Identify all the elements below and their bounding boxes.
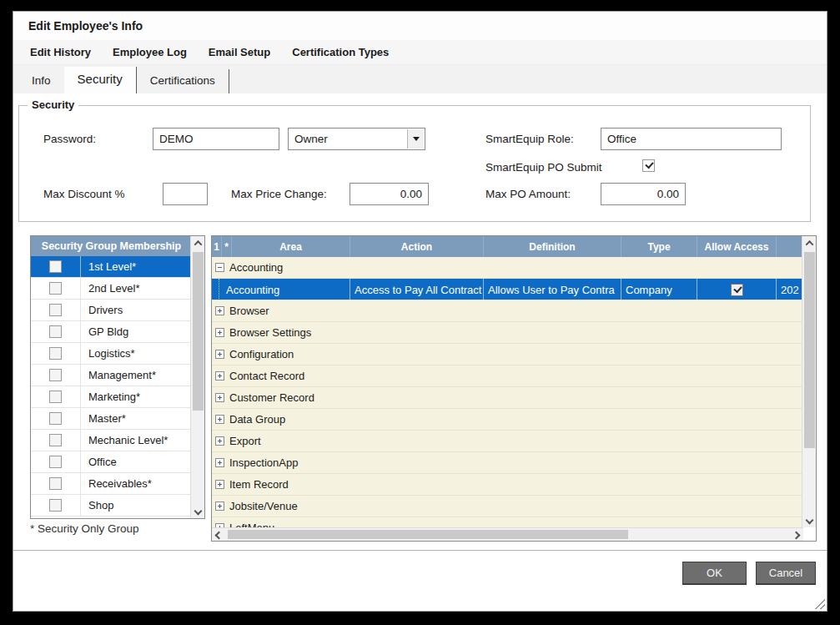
list-item[interactable]: Master* — [31, 408, 192, 430]
scroll-up-button[interactable] — [191, 236, 205, 250]
grid-vertical-scrollbar[interactable] — [802, 236, 816, 527]
list-item[interactable]: 1st Level* — [31, 256, 192, 278]
expand-icon[interactable] — [215, 436, 224, 446]
expand-icon[interactable] — [215, 350, 224, 359]
scroll-down-button[interactable] — [191, 504, 205, 518]
membership-scrollbar[interactable] — [190, 236, 204, 518]
membership-checkbox[interactable] — [49, 434, 62, 446]
grid-row[interactable]: AccountingAccess to Pay All ContractAllo… — [212, 279, 803, 300]
list-item[interactable]: Mechanic Level* — [31, 430, 192, 451]
grid-column-header-area[interactable]: Area — [232, 236, 350, 257]
expand-icon[interactable] — [215, 393, 224, 402]
chevron-up-icon — [806, 240, 814, 249]
grid-group-row-jobsite-venue[interactable]: Jobsite/Venue — [212, 496, 803, 517]
expand-icon[interactable] — [215, 502, 224, 511]
expand-icon[interactable] — [215, 306, 224, 315]
membership-checkbox[interactable] — [49, 369, 62, 381]
list-item[interactable]: Drivers — [31, 300, 192, 321]
list-item-label: Master* — [81, 412, 192, 425]
collapse-icon[interactable] — [215, 263, 224, 272]
membership-checkbox[interactable] — [49, 477, 62, 490]
grid-group-row-browser[interactable]: Browser — [212, 300, 803, 322]
security-groupbox: Security Password: DEMO Owner SmartEquip… — [18, 105, 811, 222]
scroll-up-button[interactable] — [802, 236, 817, 250]
menu-item-certification-types[interactable]: Certification Types — [292, 46, 389, 58]
scrollbar-thumb[interactable] — [228, 530, 628, 539]
expand-icon[interactable] — [215, 458, 224, 467]
checkbox-cell — [31, 495, 81, 516]
membership-checkbox[interactable] — [49, 260, 62, 273]
list-item[interactable]: 2nd Level* — [31, 278, 192, 300]
scroll-right-button[interactable] — [789, 528, 803, 542]
list-item[interactable]: Receivables* — [31, 473, 192, 495]
grid-group-row-item-record[interactable]: Item Record — [212, 474, 803, 496]
grid-group-row-browser-settings[interactable]: Browser Settings — [212, 322, 803, 344]
resize-grip-icon[interactable] — [812, 597, 825, 609]
grid-column-header-blank[interactable]: * — [222, 236, 232, 257]
grid-group-row-contact-record[interactable]: Contact Record — [212, 365, 803, 387]
max-price-change-field[interactable]: 0.00 — [350, 183, 429, 205]
max-discount-field[interactable] — [163, 183, 208, 205]
expand-icon[interactable] — [215, 415, 224, 424]
scroll-left-button[interactable] — [212, 528, 226, 542]
membership-checkbox[interactable] — [49, 282, 62, 295]
list-item[interactable]: Office — [31, 451, 192, 473]
chevron-up-icon — [194, 240, 203, 249]
max-price-change-label: Max Price Change: — [231, 183, 327, 205]
group-label: Export — [229, 435, 261, 447]
list-item[interactable]: Shop — [31, 495, 192, 517]
grid-column-header-extra[interactable] — [777, 236, 803, 257]
grid-group-row-inspectionapp[interactable]: InspectionApp — [212, 452, 803, 474]
tab-security[interactable]: Security — [64, 67, 137, 93]
cell-area: Accounting — [212, 279, 350, 300]
role-combobox-dropdown-button[interactable] — [407, 129, 424, 149]
menu-item-edit-history[interactable]: Edit History — [30, 46, 91, 58]
cell-allow-access — [697, 279, 777, 300]
membership-checkbox[interactable] — [49, 347, 62, 360]
grid-column-header-definition[interactable]: Definition — [484, 236, 621, 257]
expand-icon[interactable] — [215, 480, 224, 489]
membership-checkbox[interactable] — [49, 325, 62, 338]
list-item[interactable]: GP Bldg — [31, 321, 192, 343]
scrollbar-thumb[interactable] — [804, 252, 815, 448]
po-submit-label: SmartEquip PO Submit — [485, 156, 602, 179]
grid-horizontal-scrollbar[interactable] — [212, 527, 803, 541]
menu-item-employee-log[interactable]: Employee Log — [113, 46, 187, 58]
password-field[interactable]: DEMO — [153, 128, 279, 150]
expand-icon[interactable] — [215, 371, 224, 381]
list-item[interactable]: Management* — [31, 365, 192, 386]
grid-column-header-action[interactable]: Action — [350, 236, 484, 257]
grid-column-header-1[interactable]: 1 — [212, 236, 222, 257]
grid-body: AccountingAccountingAccess to Pay All Co… — [212, 257, 803, 529]
membership-checkbox[interactable] — [49, 456, 62, 468]
grid-group-row-customer-record[interactable]: Customer Record — [212, 387, 803, 409]
grid-group-row-data-group[interactable]: Data Group — [212, 409, 803, 431]
list-item[interactable]: Marketing* — [31, 386, 192, 408]
group-label: Configuration — [229, 348, 294, 360]
role-combobox[interactable]: Owner — [288, 128, 425, 150]
grid-group-row-export[interactable]: Export — [212, 431, 803, 452]
membership-checkbox[interactable] — [49, 412, 62, 425]
membership-checkbox[interactable] — [49, 304, 62, 316]
expand-icon[interactable] — [215, 328, 224, 337]
list-item-label: Drivers — [81, 304, 192, 316]
cancel-button[interactable]: Cancel — [756, 562, 816, 585]
menu-item-email-setup[interactable]: Email Setup — [209, 46, 270, 58]
grid-group-row-configuration[interactable]: Configuration — [212, 344, 803, 365]
tab-certifications[interactable]: Certifications — [137, 69, 229, 93]
max-po-amount-field[interactable]: 0.00 — [601, 183, 686, 205]
allow-access-checkbox[interactable] — [731, 284, 743, 296]
scroll-down-button[interactable] — [802, 513, 817, 527]
ok-button[interactable]: OK — [682, 562, 747, 585]
membership-checkbox[interactable] — [49, 499, 62, 512]
group-label: InspectionApp — [229, 456, 298, 469]
po-submit-checkbox[interactable] — [642, 159, 655, 172]
scrollbar-thumb[interactable] — [193, 252, 204, 411]
grid-group-row-accounting[interactable]: Accounting — [212, 257, 803, 279]
grid-column-header-type[interactable]: Type — [621, 236, 697, 257]
membership-checkbox[interactable] — [49, 391, 62, 403]
smartequip-role-field[interactable]: Office — [601, 128, 782, 150]
list-item[interactable]: Logistics* — [31, 343, 192, 365]
tab-info[interactable]: Info — [18, 69, 64, 93]
grid-column-header-allow-access[interactable]: Allow Access — [697, 236, 777, 257]
